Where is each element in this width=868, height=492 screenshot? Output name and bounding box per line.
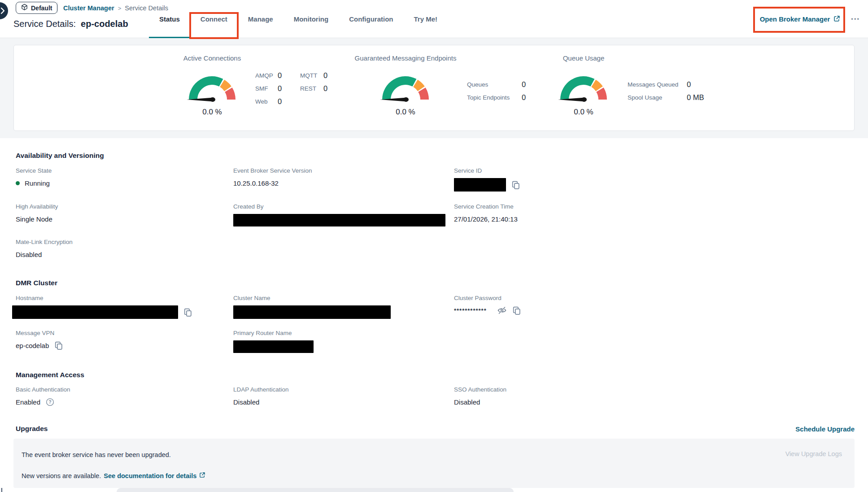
field-service-id: Service ID bbox=[454, 167, 855, 192]
gauge-title: Active Connections bbox=[183, 54, 241, 62]
copy-icon[interactable] bbox=[512, 306, 521, 315]
see-documentation-link[interactable]: See documentation for details bbox=[104, 472, 205, 479]
environment-badge[interactable]: Default bbox=[16, 2, 57, 14]
header-divider bbox=[57, 2, 58, 13]
upgrade-status-message: The event broker service has never been … bbox=[22, 451, 171, 458]
eye-slash-icon[interactable] bbox=[497, 305, 507, 315]
stat-value: 0 bbox=[522, 80, 540, 89]
field-value: Disabled bbox=[16, 251, 42, 258]
field-value: Disabled bbox=[454, 398, 480, 406]
external-link-icon bbox=[833, 15, 840, 23]
field-cluster-name: Cluster Name bbox=[233, 295, 454, 319]
field-label: Basic Authentication bbox=[16, 386, 233, 393]
gauge-stats: Messages Queued 0 Spool Usage 0 MB bbox=[628, 80, 714, 102]
new-versions-message: New versions are available. See document… bbox=[22, 472, 205, 479]
tab-monitoring[interactable]: Monitoring bbox=[284, 0, 339, 38]
stat-label: Messages Queued bbox=[628, 81, 687, 88]
gauge-percent: 0.0 % bbox=[202, 108, 222, 117]
tab-configuration[interactable]: Configuration bbox=[339, 0, 403, 38]
field-label: Message VPN bbox=[16, 330, 233, 336]
field-label: Created By bbox=[233, 203, 454, 210]
stat-label: REST bbox=[300, 85, 323, 92]
field-value: Disabled bbox=[233, 398, 259, 406]
redacted-value bbox=[233, 214, 445, 226]
main-content: Availability and Versioning Service Stat… bbox=[0, 138, 868, 488]
gauge-dial bbox=[179, 64, 246, 105]
schedule-upgrade-link[interactable]: Schedule Upgrade bbox=[795, 425, 855, 433]
field-label: High Availability bbox=[16, 203, 233, 210]
stat-value: 0 bbox=[278, 84, 300, 93]
redacted-value bbox=[233, 340, 314, 353]
gauge-guaranteed-messaging-endpoints: Guaranteed Messaging Endpoints 0.0 % Que… bbox=[365, 54, 540, 117]
copy-icon[interactable] bbox=[511, 180, 520, 190]
masked-password-value: ************ bbox=[454, 307, 487, 314]
field-version: Event Broker Service Version 10.25.0.168… bbox=[233, 167, 454, 192]
copy-icon[interactable] bbox=[183, 308, 192, 317]
field-ldap-authentication: LDAP Authentication Disabled bbox=[233, 386, 454, 407]
stat-value: 0 bbox=[278, 71, 300, 80]
field-sso-authentication: SSO Authentication Disabled bbox=[454, 386, 855, 407]
service-details-page: Default Cluster Manager > Service Detail… bbox=[0, 0, 868, 492]
breadcrumb-cluster-manager-link[interactable]: Cluster Manager bbox=[63, 4, 114, 12]
stat-label: Spool Usage bbox=[628, 94, 687, 101]
stat-label: Web bbox=[255, 98, 278, 105]
tab-status[interactable]: Status bbox=[149, 0, 190, 38]
tab-bar: Status Connect Manage Monitoring Configu… bbox=[149, 0, 448, 38]
field-label: Service ID bbox=[454, 167, 855, 174]
field-label: Mate-Link Encryption bbox=[16, 239, 233, 245]
field-mate-link-encryption: Mate-Link Encryption Disabled bbox=[16, 239, 233, 259]
field-label: Cluster Password bbox=[454, 295, 855, 301]
field-created-by: Created By bbox=[233, 203, 454, 226]
field-label: Hostname bbox=[16, 295, 233, 301]
external-link-icon bbox=[199, 472, 205, 479]
upgrades-card: The event broker service has never been … bbox=[13, 439, 855, 488]
page-title: Service Details: ep-codelab bbox=[13, 19, 128, 29]
tab-try-me[interactable]: Try Me! bbox=[404, 0, 448, 38]
gauge-stats: Queues 0 Topic Endpoints 0 bbox=[467, 80, 540, 102]
stat-value: 0 bbox=[522, 93, 540, 102]
section-heading-management: Management Access bbox=[16, 371, 855, 379]
gauge-dial bbox=[550, 64, 617, 105]
field-label: LDAP Authentication bbox=[233, 386, 454, 393]
service-name: ep-codelab bbox=[81, 19, 128, 29]
field-label: Event Broker Service Version bbox=[233, 167, 454, 174]
field-basic-authentication: Basic Authentication Enabled ? bbox=[16, 386, 233, 407]
section-heading-dmr: DMR Cluster bbox=[16, 279, 855, 287]
stat-value: 0 MB bbox=[687, 93, 714, 102]
gauge-title: Guaranteed Messaging Endpoints bbox=[355, 54, 457, 62]
field-label: Primary Router Name bbox=[233, 330, 454, 336]
field-hostname: Hostname bbox=[16, 295, 233, 319]
field-label: Service Creation Time bbox=[454, 203, 855, 210]
field-label: Cluster Name bbox=[233, 295, 454, 301]
open-broker-manager-button[interactable]: Open Broker Manager bbox=[760, 15, 841, 23]
field-label: Service State bbox=[16, 167, 233, 174]
gauge-dial bbox=[372, 64, 439, 105]
copy-icon[interactable] bbox=[54, 341, 63, 350]
field-primary-router-name: Primary Router Name bbox=[233, 330, 454, 353]
tab-manage[interactable]: Manage bbox=[238, 0, 284, 38]
tab-connect[interactable]: Connect bbox=[190, 0, 238, 38]
stat-value: 0 bbox=[278, 97, 300, 106]
stat-label: Queues bbox=[467, 81, 522, 88]
help-icon[interactable]: ? bbox=[45, 397, 55, 407]
gauge-title: Queue Usage bbox=[563, 54, 605, 62]
environment-badge-label: Default bbox=[31, 4, 52, 12]
gauge-active-connections: Active Connections 0.0 % AMQP 0 MQTT 0 S… bbox=[172, 54, 337, 117]
breadcrumb-separator: > bbox=[118, 5, 122, 12]
stat-label: Topic Endpoints bbox=[467, 94, 522, 101]
view-upgrade-logs-button[interactable]: View Upgrade Logs bbox=[785, 450, 842, 457]
field-cluster-password: Cluster Password ************ bbox=[454, 295, 855, 319]
gauge-queue-usage: Queue Usage 0.0 % Messages Queued 0 Spoo… bbox=[543, 54, 714, 117]
stat-label: MQTT bbox=[300, 72, 323, 79]
stat-label: SMF bbox=[255, 85, 278, 92]
gauges-card: Active Connections 0.0 % AMQP 0 MQTT 0 S… bbox=[13, 45, 855, 131]
field-value: Enabled bbox=[16, 398, 40, 406]
field-value: 27/01/2026, 21:40:13 bbox=[454, 215, 518, 223]
field-value: Single Node bbox=[16, 215, 52, 223]
stat-value: 0 bbox=[323, 71, 337, 80]
status-dot bbox=[16, 181, 20, 185]
more-menu-button[interactable]: ••• bbox=[850, 14, 861, 24]
field-label: SSO Authentication bbox=[454, 386, 855, 393]
upgrades-header-row: Upgrades Schedule Upgrade bbox=[16, 425, 855, 433]
redacted-value bbox=[12, 305, 178, 319]
